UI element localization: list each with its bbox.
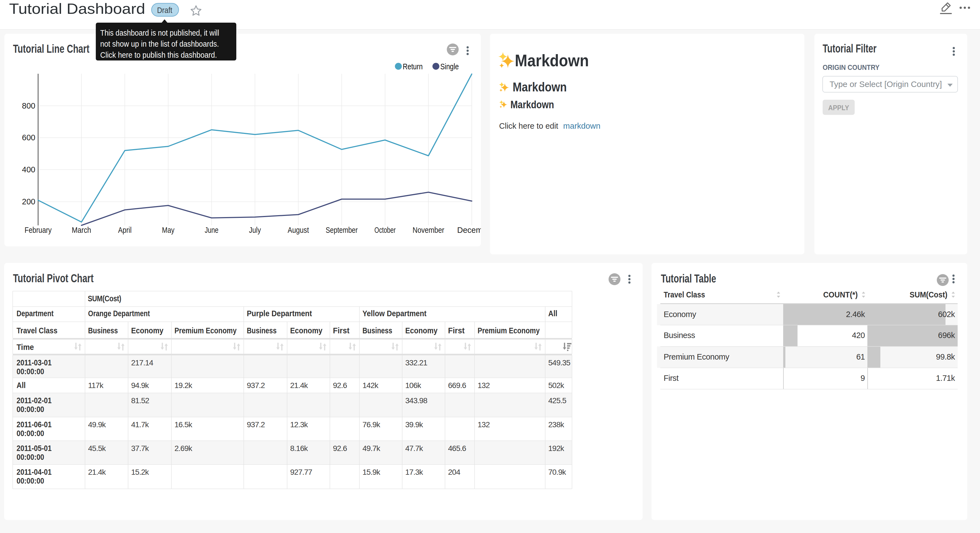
svg-text:2.69k: 2.69k <box>175 444 192 453</box>
svg-text:8.16k: 8.16k <box>290 444 308 453</box>
svg-text:Economy: Economy <box>131 326 164 335</box>
svg-text:Business: Business <box>88 326 118 335</box>
svg-text:Business: Business <box>247 326 277 335</box>
svg-text:Time: Time <box>17 343 34 351</box>
svg-text:19.2k: 19.2k <box>175 381 192 390</box>
svg-text:Premium Economy: Premium Economy <box>663 353 729 361</box>
svg-text:2011-05-01: 2011-05-01 <box>17 444 52 453</box>
svg-text:343.98: 343.98 <box>405 396 427 405</box>
svg-text:602k: 602k <box>938 310 955 319</box>
svg-text:927.77: 927.77 <box>290 468 312 476</box>
svg-text:94.9k: 94.9k <box>131 381 149 390</box>
svg-text:217.14: 217.14 <box>131 359 153 367</box>
svg-text:March: March <box>72 226 91 235</box>
svg-text:Type or Select [Origin Country: Type or Select [Origin Country] <box>830 80 942 89</box>
svg-text:99.8k: 99.8k <box>936 353 955 361</box>
svg-text:Markdown: Markdown <box>513 80 567 94</box>
svg-text:37.7k: 37.7k <box>131 444 149 453</box>
svg-text:41.7k: 41.7k <box>131 420 149 429</box>
svg-text:First: First <box>448 326 465 335</box>
svg-text:November: November <box>412 226 444 235</box>
svg-text:92.6: 92.6 <box>333 444 347 453</box>
svg-text:April: April <box>118 226 132 235</box>
svg-text:Click here to publish this das: Click here to publish this dashboard. <box>100 50 217 59</box>
svg-text:00:00:00: 00:00:00 <box>17 367 44 376</box>
svg-text:00:00:00: 00:00:00 <box>17 429 44 438</box>
svg-text:Travel Class: Travel Class <box>663 290 705 299</box>
svg-text:SUM(Cost): SUM(Cost) <box>910 290 947 299</box>
svg-text:2011-02-01: 2011-02-01 <box>17 396 52 405</box>
svg-text:2011-03-01: 2011-03-01 <box>17 358 52 367</box>
svg-text:61: 61 <box>856 353 865 361</box>
svg-text:ORIGIN COUNTRY: ORIGIN COUNTRY <box>822 63 880 72</box>
svg-text:not show up in the list of das: not show up in the list of dashboards. <box>100 39 219 48</box>
svg-text:Economy: Economy <box>663 310 696 319</box>
svg-text:204: 204 <box>448 468 460 476</box>
svg-text:Markdown: Markdown <box>511 99 554 110</box>
svg-text:Click here to edit markdown: Click here to edit markdown <box>499 121 600 130</box>
svg-text:00:00:00: 00:00:00 <box>17 453 44 461</box>
svg-text:81.52: 81.52 <box>131 396 149 405</box>
svg-text:00:00:00: 00:00:00 <box>17 405 44 414</box>
svg-text:00:00:00: 00:00:00 <box>17 476 44 485</box>
svg-text:Premium Economy: Premium Economy <box>175 326 237 335</box>
svg-text:SUM(Cost): SUM(Cost) <box>88 294 121 303</box>
svg-text:9: 9 <box>861 373 865 383</box>
svg-text:669.6: 669.6 <box>448 381 466 390</box>
svg-text:70.9k: 70.9k <box>548 468 566 476</box>
svg-text:238k: 238k <box>548 420 565 429</box>
svg-text:Orange Department: Orange Department <box>88 309 150 318</box>
svg-text:May: May <box>162 226 175 235</box>
svg-text:Yellow Department: Yellow Department <box>363 309 426 318</box>
svg-text:Business: Business <box>363 326 392 335</box>
svg-text:696k: 696k <box>938 331 955 340</box>
svg-text:15.9k: 15.9k <box>363 468 380 476</box>
svg-text:937.2: 937.2 <box>247 420 265 429</box>
svg-text:Purple Department: Purple Department <box>247 309 312 318</box>
svg-text:400: 400 <box>22 165 35 174</box>
svg-text:15.2k: 15.2k <box>131 468 149 476</box>
svg-text:Single: Single <box>440 62 459 71</box>
svg-text:16.5k: 16.5k <box>175 420 192 429</box>
svg-text:First: First <box>333 326 350 335</box>
svg-text:425.5: 425.5 <box>548 396 566 405</box>
svg-text:132: 132 <box>477 420 490 429</box>
svg-text:92.6: 92.6 <box>333 381 347 390</box>
svg-text:Economy: Economy <box>405 326 438 335</box>
svg-text:49.9k: 49.9k <box>88 420 106 429</box>
svg-text:2011-06-01: 2011-06-01 <box>17 420 52 429</box>
svg-text:February: February <box>25 226 52 235</box>
svg-text:192k: 192k <box>548 444 565 453</box>
svg-text:200: 200 <box>22 197 35 206</box>
svg-text:Draft: Draft <box>157 6 172 14</box>
svg-text:September: September <box>326 226 358 235</box>
svg-text:COUNT(*): COUNT(*) <box>823 290 858 299</box>
svg-text:Return: Return <box>403 62 423 71</box>
svg-text:July: July <box>249 226 261 235</box>
svg-text:2.46k: 2.46k <box>846 310 865 319</box>
svg-text:Tutorial Pivot Chart: Tutorial Pivot Chart <box>13 271 94 285</box>
svg-text:21.4k: 21.4k <box>88 468 106 476</box>
svg-text:Tutorial Line Chart: Tutorial Line Chart <box>13 42 89 55</box>
svg-text:August: August <box>288 226 309 235</box>
svg-text:549.35: 549.35 <box>548 359 570 367</box>
svg-text:Tutorial Filter: Tutorial Filter <box>822 42 877 55</box>
svg-text:Tutorial Dashboard: Tutorial Dashboard <box>9 0 145 17</box>
svg-text:June: June <box>205 226 218 235</box>
svg-text:Business: Business <box>663 331 695 340</box>
svg-text:21.4k: 21.4k <box>290 381 308 390</box>
svg-text:420: 420 <box>852 331 865 340</box>
svg-text:600: 600 <box>22 133 35 142</box>
svg-text:502k: 502k <box>548 381 565 390</box>
svg-text:39.9k: 39.9k <box>405 420 423 429</box>
svg-text:332.21: 332.21 <box>405 359 427 367</box>
svg-text:Travel Class: Travel Class <box>17 326 57 335</box>
svg-text:Premium Economy: Premium Economy <box>477 326 540 335</box>
svg-text:APPLY: APPLY <box>828 104 849 112</box>
svg-text:49.7k: 49.7k <box>363 444 380 453</box>
svg-text:Markdown: Markdown <box>515 51 589 70</box>
svg-text:142k: 142k <box>363 381 379 390</box>
svg-text:45.5k: 45.5k <box>88 444 106 453</box>
svg-text:This dashboard is not publishe: This dashboard is not published, it will <box>100 28 219 37</box>
svg-text:Economy: Economy <box>290 326 323 335</box>
